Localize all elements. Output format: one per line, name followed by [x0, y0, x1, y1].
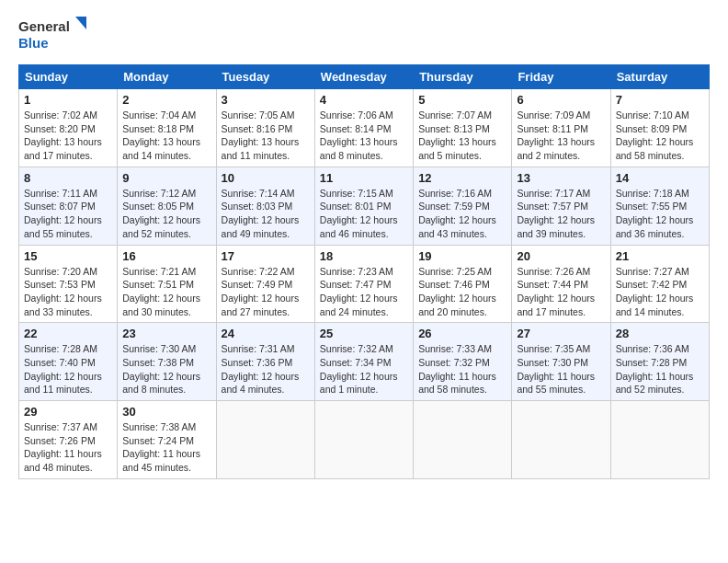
week-row-4: 22Sunrise: 7:28 AMSunset: 7:40 PMDayligh… — [19, 323, 710, 401]
day-number-28: 28 — [616, 327, 704, 340]
day-number-15: 15 — [24, 249, 112, 263]
week-row-1: 1Sunrise: 7:02 AMSunset: 8:20 PMDaylight… — [19, 89, 710, 167]
day-info-12: Sunrise: 7:16 AMSunset: 7:59 PMDaylight:… — [418, 187, 506, 241]
day-number-22: 22 — [24, 327, 112, 340]
day-info-1: Sunrise: 7:02 AMSunset: 8:20 PMDaylight:… — [24, 109, 112, 163]
day-number-18: 18 — [320, 249, 408, 263]
day-info-24: Sunrise: 7:31 AMSunset: 7:36 PMDaylight:… — [222, 342, 310, 396]
day-number-1: 1 — [24, 93, 112, 107]
day-info-19: Sunrise: 7:25 AMSunset: 7:46 PMDaylight:… — [418, 265, 506, 319]
day-cell-16: 16Sunrise: 7:21 AMSunset: 7:51 PMDayligh… — [118, 245, 216, 323]
day-cell-9: 9Sunrise: 7:12 AMSunset: 8:05 PMDaylight… — [118, 167, 216, 245]
day-number-26: 26 — [418, 327, 506, 340]
svg-text:Blue: Blue — [18, 35, 49, 51]
day-info-11: Sunrise: 7:15 AMSunset: 8:01 PMDaylight:… — [320, 187, 408, 241]
day-cell-24: 24Sunrise: 7:31 AMSunset: 7:36 PMDayligh… — [216, 323, 314, 401]
header: General Blue — [18, 15, 710, 55]
day-number-27: 27 — [517, 327, 605, 340]
day-cell-23: 23Sunrise: 7:30 AMSunset: 7:38 PMDayligh… — [118, 323, 216, 401]
day-number-21: 21 — [616, 249, 704, 263]
day-number-7: 7 — [616, 93, 704, 107]
week-row-5: 29Sunrise: 7:37 AMSunset: 7:26 PMDayligh… — [19, 401, 710, 479]
day-info-22: Sunrise: 7:28 AMSunset: 7:40 PMDaylight:… — [24, 342, 112, 396]
weekday-thursday: Thursday — [414, 65, 512, 89]
day-cell-5: 5Sunrise: 7:07 AMSunset: 8:13 PMDaylight… — [414, 89, 512, 167]
day-info-17: Sunrise: 7:22 AMSunset: 7:49 PMDaylight:… — [222, 265, 310, 319]
week-row-2: 8Sunrise: 7:11 AMSunset: 8:07 PMDaylight… — [19, 167, 710, 245]
logo-svg: General Blue — [18, 15, 92, 55]
day-cell-12: 12Sunrise: 7:16 AMSunset: 7:59 PMDayligh… — [414, 167, 512, 245]
weekday-header-row: SundayMondayTuesdayWednesdayThursdayFrid… — [19, 65, 710, 89]
day-number-9: 9 — [122, 171, 210, 185]
day-number-4: 4 — [320, 93, 408, 107]
day-cell-10: 10Sunrise: 7:14 AMSunset: 8:03 PMDayligh… — [216, 167, 314, 245]
day-cell-13: 13Sunrise: 7:17 AMSunset: 7:57 PMDayligh… — [512, 167, 610, 245]
day-number-19: 19 — [418, 249, 506, 263]
day-info-15: Sunrise: 7:20 AMSunset: 7:53 PMDaylight:… — [24, 265, 112, 319]
day-number-6: 6 — [517, 93, 605, 107]
empty-cell — [610, 401, 709, 479]
day-info-26: Sunrise: 7:33 AMSunset: 7:32 PMDaylight:… — [418, 342, 506, 396]
day-number-2: 2 — [122, 93, 210, 107]
day-info-23: Sunrise: 7:30 AMSunset: 7:38 PMDaylight:… — [122, 342, 210, 396]
day-cell-18: 18Sunrise: 7:23 AMSunset: 7:47 PMDayligh… — [314, 245, 413, 323]
day-info-14: Sunrise: 7:18 AMSunset: 7:55 PMDaylight:… — [616, 187, 704, 241]
weekday-saturday: Saturday — [610, 65, 709, 89]
weekday-monday: Monday — [118, 65, 216, 89]
day-info-21: Sunrise: 7:27 AMSunset: 7:42 PMDaylight:… — [616, 265, 704, 319]
day-info-18: Sunrise: 7:23 AMSunset: 7:47 PMDaylight:… — [320, 265, 408, 319]
day-cell-17: 17Sunrise: 7:22 AMSunset: 7:49 PMDayligh… — [216, 245, 314, 323]
day-cell-2: 2Sunrise: 7:04 AMSunset: 8:18 PMDaylight… — [118, 89, 216, 167]
day-cell-3: 3Sunrise: 7:05 AMSunset: 8:16 PMDaylight… — [216, 89, 314, 167]
day-number-17: 17 — [222, 249, 310, 263]
empty-cell — [512, 401, 610, 479]
day-number-23: 23 — [122, 327, 210, 340]
day-info-3: Sunrise: 7:05 AMSunset: 8:16 PMDaylight:… — [222, 109, 310, 163]
day-number-13: 13 — [517, 171, 605, 185]
day-number-11: 11 — [320, 171, 408, 185]
day-number-12: 12 — [418, 171, 506, 185]
svg-text:General: General — [18, 18, 70, 34]
day-cell-20: 20Sunrise: 7:26 AMSunset: 7:44 PMDayligh… — [512, 245, 610, 323]
day-number-8: 8 — [24, 171, 112, 185]
day-info-20: Sunrise: 7:26 AMSunset: 7:44 PMDaylight:… — [517, 265, 605, 319]
day-info-28: Sunrise: 7:36 AMSunset: 7:28 PMDaylight:… — [616, 342, 704, 396]
weekday-tuesday: Tuesday — [216, 65, 314, 89]
day-number-29: 29 — [24, 405, 112, 419]
day-info-16: Sunrise: 7:21 AMSunset: 7:51 PMDaylight:… — [122, 265, 210, 319]
empty-cell — [216, 401, 314, 479]
day-cell-6: 6Sunrise: 7:09 AMSunset: 8:11 PMDaylight… — [512, 89, 610, 167]
day-cell-21: 21Sunrise: 7:27 AMSunset: 7:42 PMDayligh… — [610, 245, 709, 323]
calendar-table: SundayMondayTuesdayWednesdayThursdayFrid… — [18, 64, 710, 479]
day-number-24: 24 — [222, 327, 310, 340]
day-info-30: Sunrise: 7:38 AMSunset: 7:24 PMDaylight:… — [122, 420, 210, 475]
day-cell-1: 1Sunrise: 7:02 AMSunset: 8:20 PMDaylight… — [19, 89, 118, 167]
empty-cell — [314, 401, 413, 479]
day-number-3: 3 — [222, 93, 310, 107]
day-info-10: Sunrise: 7:14 AMSunset: 8:03 PMDaylight:… — [222, 187, 310, 241]
day-info-4: Sunrise: 7:06 AMSunset: 8:14 PMDaylight:… — [320, 109, 408, 163]
day-cell-11: 11Sunrise: 7:15 AMSunset: 8:01 PMDayligh… — [314, 167, 413, 245]
day-info-29: Sunrise: 7:37 AMSunset: 7:26 PMDaylight:… — [24, 420, 112, 475]
page: General Blue SundayMondayTuesdayWednesda… — [0, 0, 728, 563]
day-cell-8: 8Sunrise: 7:11 AMSunset: 8:07 PMDaylight… — [19, 167, 118, 245]
day-number-20: 20 — [517, 249, 605, 263]
day-cell-7: 7Sunrise: 7:10 AMSunset: 8:09 PMDaylight… — [610, 89, 709, 167]
day-info-5: Sunrise: 7:07 AMSunset: 8:13 PMDaylight:… — [418, 109, 506, 163]
day-number-5: 5 — [418, 93, 506, 107]
day-cell-19: 19Sunrise: 7:25 AMSunset: 7:46 PMDayligh… — [414, 245, 512, 323]
week-row-3: 15Sunrise: 7:20 AMSunset: 7:53 PMDayligh… — [19, 245, 710, 323]
day-info-9: Sunrise: 7:12 AMSunset: 8:05 PMDaylight:… — [122, 187, 210, 241]
day-cell-26: 26Sunrise: 7:33 AMSunset: 7:32 PMDayligh… — [414, 323, 512, 401]
day-number-25: 25 — [320, 327, 408, 340]
day-info-7: Sunrise: 7:10 AMSunset: 8:09 PMDaylight:… — [616, 109, 704, 163]
day-info-2: Sunrise: 7:04 AMSunset: 8:18 PMDaylight:… — [122, 109, 210, 163]
day-number-16: 16 — [122, 249, 210, 263]
day-info-8: Sunrise: 7:11 AMSunset: 8:07 PMDaylight:… — [24, 187, 112, 241]
day-info-25: Sunrise: 7:32 AMSunset: 7:34 PMDaylight:… — [320, 342, 408, 396]
day-cell-14: 14Sunrise: 7:18 AMSunset: 7:55 PMDayligh… — [610, 167, 709, 245]
logo: General Blue — [18, 15, 92, 55]
empty-cell — [414, 401, 512, 479]
day-info-27: Sunrise: 7:35 AMSunset: 7:30 PMDaylight:… — [517, 342, 605, 396]
day-cell-25: 25Sunrise: 7:32 AMSunset: 7:34 PMDayligh… — [314, 323, 413, 401]
